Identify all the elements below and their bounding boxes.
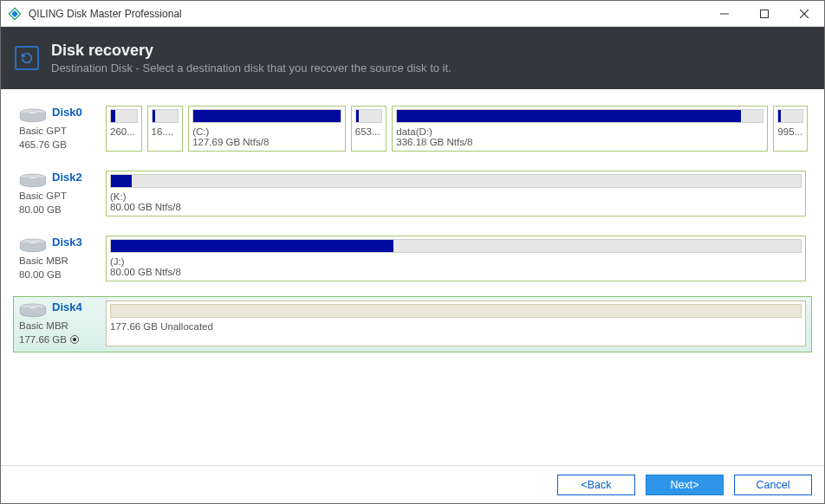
partition-label: (J:) bbox=[110, 256, 802, 267]
svg-rect-3 bbox=[761, 10, 769, 17]
partition-usage-bar bbox=[110, 239, 802, 253]
app-window: QILING Disk Master Professional Disk rec… bbox=[0, 0, 825, 504]
partition-usage-bar bbox=[110, 174, 802, 188]
disk-type: Basic GPT bbox=[19, 190, 99, 204]
partition-size: 177.66 GB Unallocated bbox=[110, 321, 802, 332]
disk-type: Basic MBR bbox=[19, 320, 99, 333]
svg-point-7 bbox=[29, 112, 36, 114]
partition-size: 260... bbox=[110, 126, 138, 137]
disk-size: 80.00 GB bbox=[19, 269, 62, 280]
partition-size: 80.00 GB Ntfs/8 bbox=[110, 202, 802, 212]
partition-strip: (J:)80.00 GB Ntfs/8 bbox=[106, 236, 808, 281]
recovery-icon bbox=[15, 46, 39, 70]
disk-row[interactable]: Disk2Basic GPT80.00 GB(K:)80.00 GB Ntfs/… bbox=[13, 166, 812, 223]
partition-usage-fill bbox=[356, 110, 359, 122]
partition-usage-fill bbox=[153, 110, 156, 122]
minimize-button[interactable] bbox=[705, 1, 744, 27]
disk-type: Basic MBR bbox=[19, 255, 99, 268]
partition[interactable]: 16.... bbox=[147, 106, 184, 152]
partition-label: (C:) bbox=[192, 126, 341, 137]
window-controls bbox=[705, 1, 824, 27]
partition-size: 16.... bbox=[152, 126, 179, 137]
partition-size: 127.69 GB Ntfs/8 bbox=[192, 137, 341, 147]
partition-label: (K:) bbox=[110, 191, 802, 202]
header-text: Disk recovery Destination Disk - Select … bbox=[51, 42, 451, 74]
disk-icon bbox=[19, 107, 47, 125]
page-header: Disk recovery Destination Disk - Select … bbox=[1, 27, 824, 89]
window-title: QILING Disk Master Professional bbox=[29, 8, 182, 20]
partition-usage-fill bbox=[397, 110, 741, 122]
disk-row[interactable]: Disk0Basic GPT465.76 GB260...16....(C:)1… bbox=[13, 101, 812, 158]
disk-list: Disk0Basic GPT465.76 GB260...16....(C:)1… bbox=[1, 89, 824, 465]
cancel-button[interactable]: Cancel bbox=[734, 475, 812, 495]
page-title: Disk recovery bbox=[51, 42, 451, 60]
partition[interactable]: (J:)80.00 GB Ntfs/8 bbox=[106, 236, 806, 281]
svg-point-9 bbox=[29, 177, 36, 179]
partition-usage-bar bbox=[355, 109, 383, 123]
disk-row[interactable]: Disk4Basic MBR177.66 GB177.66 GB Unalloc… bbox=[13, 296, 812, 352]
disk-icon bbox=[19, 237, 47, 255]
partition-size: 336.18 GB Ntfs/8 bbox=[396, 137, 763, 147]
disk-meta: Basic GPT80.00 GB bbox=[19, 190, 99, 216]
disk-meta: Basic MBR80.00 GB bbox=[19, 255, 99, 281]
disk-icon bbox=[19, 302, 47, 320]
disk-meta: Basic MBR177.66 GB bbox=[19, 320, 99, 346]
disk-icon bbox=[19, 172, 47, 190]
partition-usage-fill bbox=[193, 110, 341, 122]
partition-usage-bar bbox=[152, 109, 179, 123]
partition-usage-bar bbox=[396, 109, 763, 123]
partition[interactable]: data(D:)336.18 GB Ntfs/8 bbox=[392, 106, 768, 152]
partition-usage-fill bbox=[111, 175, 132, 187]
disk-row[interactable]: Disk3Basic MBR80.00 GB(J:)80.00 GB Ntfs/… bbox=[13, 231, 812, 288]
disk-info: Disk4Basic MBR177.66 GB bbox=[17, 300, 99, 346]
partition-usage-bar bbox=[110, 109, 138, 123]
disk-size: 80.00 GB bbox=[19, 204, 62, 215]
partition[interactable]: (K:)80.00 GB Ntfs/8 bbox=[106, 171, 806, 216]
partition-size: 653... bbox=[355, 126, 383, 137]
svg-marker-1 bbox=[11, 10, 18, 17]
partition[interactable]: 653... bbox=[351, 106, 387, 152]
app-logo-icon bbox=[8, 7, 22, 21]
disk-selected-radio[interactable] bbox=[70, 335, 79, 344]
page-subtitle: Destination Disk - Select a destination … bbox=[51, 61, 451, 74]
close-button[interactable] bbox=[784, 1, 824, 27]
disk-info: Disk2Basic GPT80.00 GB bbox=[17, 171, 99, 216]
footer: <Back Next> Cancel bbox=[1, 465, 824, 503]
back-button[interactable]: <Back bbox=[557, 475, 635, 495]
partition-size: 995... bbox=[777, 126, 803, 137]
partition-usage-bar bbox=[777, 109, 803, 123]
partition-usage-bar bbox=[110, 304, 802, 318]
partition-strip: 177.66 GB Unallocated bbox=[106, 300, 808, 346]
titlebar: QILING Disk Master Professional bbox=[1, 1, 824, 27]
partition-usage-bar bbox=[192, 109, 341, 123]
partition[interactable]: 177.66 GB Unallocated bbox=[106, 300, 806, 346]
partition[interactable]: 260... bbox=[106, 106, 142, 152]
disk-meta: Basic GPT465.76 GB bbox=[19, 125, 99, 152]
next-button[interactable]: Next> bbox=[646, 475, 724, 495]
svg-point-13 bbox=[29, 307, 36, 309]
disk-info: Disk0Basic GPT465.76 GB bbox=[17, 106, 99, 152]
partition[interactable]: (C:)127.69 GB Ntfs/8 bbox=[188, 106, 346, 152]
maximize-button[interactable] bbox=[744, 1, 784, 27]
partition[interactable]: 995... bbox=[773, 106, 808, 152]
partition-strip: (K:)80.00 GB Ntfs/8 bbox=[106, 171, 808, 216]
disk-type: Basic GPT bbox=[19, 125, 99, 139]
disk-size: 465.76 GB bbox=[19, 139, 67, 150]
disk-size: 177.66 GB bbox=[19, 334, 67, 345]
svg-point-11 bbox=[29, 242, 36, 244]
partition-strip: 260...16....(C:)127.69 GB Ntfs/8653...da… bbox=[106, 106, 808, 152]
partition-usage-fill bbox=[111, 110, 115, 122]
disk-info: Disk3Basic MBR80.00 GB bbox=[17, 236, 99, 281]
partition-size: 80.00 GB Ntfs/8 bbox=[110, 267, 802, 277]
partition-label: data(D:) bbox=[396, 126, 763, 137]
partition-usage-fill bbox=[111, 240, 393, 252]
partition-usage-fill bbox=[778, 110, 780, 122]
